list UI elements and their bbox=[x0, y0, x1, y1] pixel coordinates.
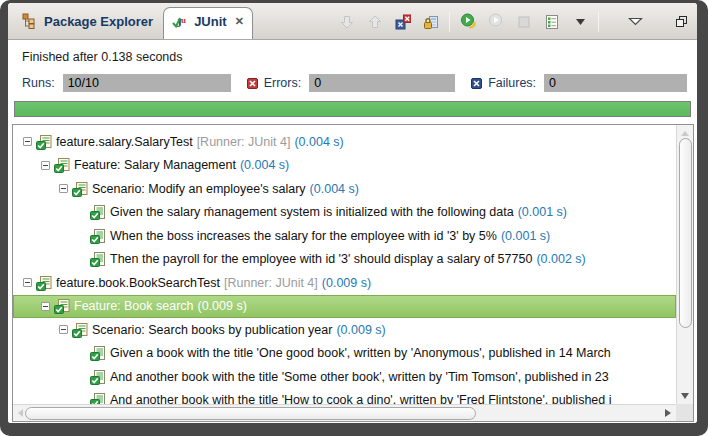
tree-row[interactable]: Scenario: Modify an employee's salary (0… bbox=[13, 177, 676, 201]
expander-icon[interactable] bbox=[59, 184, 68, 193]
tree-row-label: Then the payroll for the employee with i… bbox=[110, 252, 532, 266]
tree-row[interactable]: And another book with the title 'How to … bbox=[13, 389, 676, 405]
vertical-scrollbar[interactable] bbox=[676, 125, 693, 404]
tree-row[interactable]: Scenario: Search books by publication ye… bbox=[13, 318, 676, 342]
test-status-icon bbox=[54, 157, 70, 173]
stop-test-run-icon[interactable] bbox=[514, 12, 534, 32]
tree-row-time: (0.001 s) bbox=[518, 205, 567, 219]
tree-rows: feature.salary.SalaryTest [Runner: JUnit… bbox=[13, 125, 676, 404]
progress-bar bbox=[14, 101, 691, 117]
tree-row[interactable]: feature.book.BookSearchTest [Runner: JUn… bbox=[13, 271, 676, 295]
scrollbar-corner bbox=[676, 404, 693, 421]
tree-row-label: Given the salary ḿanagement system is in… bbox=[110, 205, 514, 219]
scroll-lock-icon[interactable] bbox=[421, 12, 441, 32]
vertical-scroll-thumb[interactable] bbox=[679, 138, 692, 328]
tree-row-time: (0.009 s) bbox=[336, 323, 385, 337]
counter-bar: Runs: 10/10 Errors: 0 bbox=[22, 74, 687, 92]
toolbar-separator bbox=[449, 12, 450, 32]
expander-icon[interactable] bbox=[41, 302, 50, 311]
errors-label: Errors: bbox=[264, 76, 302, 90]
runs-value: 10/10 bbox=[63, 74, 231, 92]
history-dropdown-icon[interactable] bbox=[570, 12, 590, 32]
tree-row-label: When the boss increases the salary for t… bbox=[110, 229, 497, 243]
test-status-icon bbox=[54, 298, 70, 314]
tree-row[interactable]: And another book with the title 'Some ot… bbox=[13, 365, 676, 389]
rerun-test-icon[interactable] bbox=[458, 12, 478, 32]
window-content: Package Explorer J u JUnit ✕ bbox=[8, 3, 697, 423]
errors-value: 0 bbox=[309, 74, 455, 92]
runs-label: Runs: bbox=[22, 76, 55, 90]
test-status-icon bbox=[36, 134, 52, 150]
tree-row[interactable]: Given a book with the title 'One good bo… bbox=[13, 342, 676, 366]
package-explorer-icon bbox=[22, 13, 38, 29]
view-toolbar bbox=[337, 3, 691, 40]
tree-row-label: Scenario: Modify an employee's salary bbox=[92, 182, 306, 196]
tab-label: Package Explorer bbox=[44, 14, 153, 29]
failures-label: Failures: bbox=[488, 76, 536, 90]
test-status-icon bbox=[36, 275, 52, 291]
expander-icon[interactable] bbox=[23, 278, 32, 287]
test-status-icon bbox=[90, 345, 106, 361]
svg-text:u: u bbox=[181, 15, 186, 25]
show-failures-only-icon[interactable] bbox=[393, 12, 413, 32]
tree-row-label: Feature: Book search bbox=[74, 299, 194, 313]
tab-bar: Package Explorer J u JUnit ✕ bbox=[8, 3, 697, 40]
tree-row-time: (0.004 s) bbox=[294, 135, 343, 149]
test-results-tree: feature.salary.SalaryTest [Runner: JUnit… bbox=[12, 124, 694, 422]
failure-icon bbox=[471, 78, 482, 89]
next-failure-icon[interactable] bbox=[337, 12, 357, 32]
scroll-down-icon[interactable] bbox=[681, 393, 689, 399]
tree-row-time: (0.009 s) bbox=[198, 299, 247, 313]
toolbar-separator bbox=[598, 12, 599, 32]
tree-row[interactable]: Given the salary ḿanagement system is in… bbox=[13, 201, 676, 225]
tree-row-label: Feature: Salary Management bbox=[74, 158, 236, 172]
tree-row[interactable]: Feature: Salary Management (0.004 s) bbox=[13, 154, 676, 178]
test-status-icon bbox=[90, 369, 106, 385]
tree-row-time: (0.002 s) bbox=[536, 252, 585, 266]
tree-row-label: Scenario: Search books by publication ye… bbox=[92, 323, 332, 337]
tree-row-runner: [Runner: JUnit 4] bbox=[197, 135, 291, 149]
tree-row-time: (0.009 s) bbox=[322, 276, 371, 290]
scroll-up-icon[interactable] bbox=[681, 131, 689, 136]
close-icon[interactable]: ✕ bbox=[235, 15, 244, 28]
test-run-history-icon[interactable] bbox=[542, 12, 562, 32]
tree-row[interactable]: Feature: Book search (0.009 s) bbox=[13, 295, 676, 319]
scroll-right-icon[interactable] bbox=[665, 409, 671, 417]
error-icon bbox=[247, 78, 258, 89]
tree-row-label: And another book with the title 'How to … bbox=[110, 393, 611, 404]
test-status-icon bbox=[90, 228, 106, 244]
tree-row[interactable]: feature.salary.SalaryTest [Runner: JUnit… bbox=[13, 130, 676, 154]
test-status-icon bbox=[72, 181, 88, 197]
junit-view-body: Finished after 0.138 seconds Runs: 10/10… bbox=[8, 40, 697, 423]
expander-icon[interactable] bbox=[41, 161, 50, 170]
tree-row-time: (0.004 s) bbox=[240, 158, 289, 172]
tree-row-label: feature.book.BookSearchTest bbox=[56, 276, 220, 290]
horizontal-scroll-thumb[interactable] bbox=[25, 407, 476, 420]
test-status-icon bbox=[72, 322, 88, 338]
failures-value: 0 bbox=[544, 74, 687, 92]
horizontal-scrollbar[interactable] bbox=[13, 404, 676, 421]
tree-row-label: And another book with the title 'Some ot… bbox=[110, 370, 609, 384]
tree-row-runner: [Runner: JUnit 4] bbox=[224, 276, 318, 290]
status-line: Finished after 0.138 seconds bbox=[22, 50, 694, 64]
tree-row-label: feature.salary.SalaryTest bbox=[56, 135, 193, 149]
tab-package-explorer[interactable]: Package Explorer bbox=[12, 3, 163, 39]
window-frame: Package Explorer J u JUnit ✕ bbox=[0, 0, 708, 436]
tab-junit[interactable]: J u JUnit ✕ bbox=[163, 7, 253, 39]
tree-row-time: (0.004 s) bbox=[310, 182, 359, 196]
previous-failure-icon[interactable] bbox=[365, 12, 385, 32]
expander-icon[interactable] bbox=[23, 137, 32, 146]
junit-view-window: Package Explorer J u JUnit ✕ bbox=[0, 0, 708, 436]
test-status-icon bbox=[90, 251, 106, 267]
view-menu-icon[interactable] bbox=[625, 12, 645, 32]
scroll-left-icon[interactable] bbox=[18, 409, 23, 417]
test-status-icon bbox=[90, 204, 106, 220]
restore-view-icon[interactable] bbox=[671, 12, 691, 32]
test-status-icon bbox=[90, 392, 106, 404]
tab-label: JUnit bbox=[194, 14, 227, 29]
rerun-failures-first-icon[interactable] bbox=[486, 12, 506, 32]
expander-icon[interactable] bbox=[59, 325, 68, 334]
tree-row[interactable]: Then the payroll for the employee with i… bbox=[13, 248, 676, 272]
progress-fill bbox=[15, 102, 690, 116]
tree-row[interactable]: When the boss increases the salary for t… bbox=[13, 224, 676, 248]
